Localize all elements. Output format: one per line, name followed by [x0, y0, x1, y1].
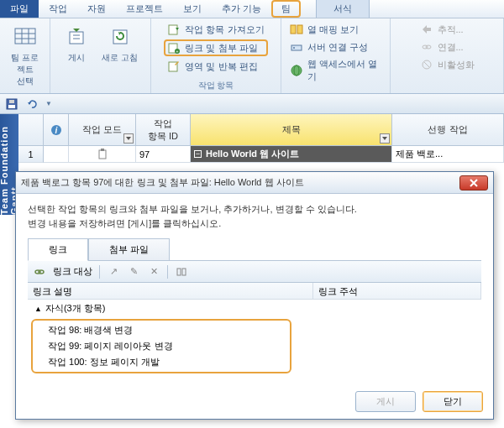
svg-rect-5 [70, 32, 83, 44]
track-button: 추적... [417, 22, 478, 37]
dialog-toolbar: 링크 대상 ↗ ✎ ✕ [28, 261, 481, 283]
import-workitems-button[interactable]: 작업 항목 가져오기 [164, 22, 267, 37]
dialog-titlebar[interactable]: 제품 백로그 항목 97에 대한 링크 및 첨부 파일: Hello World… [16, 172, 493, 194]
track-label: 추적... [438, 23, 464, 36]
link-list: ▲ 자식(3개 항목) 작업 98: 배경색 변경 작업 99: 페이지 레이아… [28, 300, 481, 373]
columns-icon[interactable] [175, 265, 188, 279]
svg-rect-26 [9, 100, 14, 103]
col-link-desc[interactable]: 링크 설명 [28, 283, 313, 299]
mode-column[interactable]: 작업 모드 [69, 114, 136, 146]
svg-point-18 [291, 65, 302, 76]
menu-format[interactable]: 서식 [316, 0, 370, 18]
dialog-title: 제품 백로그 항목 97에 대한 링크 및 첨부 파일: Hello World… [21, 176, 304, 189]
dialog-instructions: 선택한 작업 항목의 링크와 첨부 파일을 보거나, 추가하거나, 변경할 수 … [28, 202, 481, 230]
title-cell[interactable]: − Hello World 웹 사이트 [191, 146, 392, 163]
publish-button: 게시 [355, 391, 416, 412]
link-icon [420, 40, 433, 54]
save-icon[interactable] [5, 97, 18, 111]
ribbon: 팀 프로젝트 선택 게시 새로 고침 작업 [0, 18, 504, 94]
svg-rect-30 [101, 149, 104, 151]
links-label: 링크 및 첨부 파일 [185, 42, 257, 55]
title-column[interactable]: 제목 [191, 114, 392, 146]
import-label: 작업 항목 가져오기 [185, 23, 264, 36]
link-list-header: 링크 설명 링크 주석 [28, 283, 481, 300]
delete-icon[interactable]: ✕ [147, 265, 160, 279]
deactivate-button: 비활성화 [417, 57, 478, 72]
connect-button: 연결... [417, 39, 478, 55]
tab-links[interactable]: 링크 [28, 238, 88, 261]
mode-cell[interactable] [69, 146, 136, 163]
predecessor-column[interactable]: 선행 작업 [392, 114, 504, 146]
svg-rect-14 [291, 25, 296, 34]
menu-view[interactable]: 보기 [173, 0, 212, 18]
publish-label: 게시 [68, 52, 85, 64]
publish-button[interactable]: 게시 [60, 22, 93, 65]
menu-project[interactable]: 프로젝트 [116, 0, 173, 18]
svg-line-23 [424, 62, 429, 67]
svg-text:i: i [55, 126, 57, 135]
link-target-label[interactable]: 링크 대상 [53, 265, 92, 278]
table-row[interactable]: 1 97 − Hello World 웹 사이트 제품 백로... [18, 146, 504, 163]
import-icon [167, 23, 181, 36]
pred-cell[interactable]: 제품 백로... [392, 146, 504, 163]
dialog-footer: 게시 닫기 [355, 391, 483, 412]
links-attachments-button[interactable]: + 링크 및 첨부 파일 [164, 39, 267, 56]
svg-rect-25 [8, 105, 15, 108]
close-button[interactable] [459, 175, 488, 191]
menu-task[interactable]: 작업 [39, 0, 77, 18]
team-project-select-button[interactable]: 팀 프로젝트 선택 [5, 22, 45, 89]
expand-icon[interactable]: ▲ [34, 305, 42, 313]
menu-file[interactable]: 파일 [0, 0, 39, 18]
publish-icon [63, 23, 90, 50]
server-config-button[interactable]: 서버 연결 구성 [286, 39, 385, 55]
column-mapping-button[interactable]: 열 매핑 보기 [286, 22, 385, 37]
dropdown-icon[interactable]: ▼ [45, 100, 52, 107]
link-item[interactable]: 작업 98: 배경색 변경 [38, 322, 285, 338]
svg-point-17 [293, 47, 295, 49]
mapping-label: 열 매핑 보기 [307, 23, 359, 36]
undo-icon[interactable] [25, 97, 39, 111]
areas-label: 영역 및 반복 편집 [185, 60, 257, 73]
svg-text:+: + [176, 49, 179, 54]
refresh-icon [107, 23, 134, 50]
connect-label: 연결... [438, 41, 464, 54]
menu-bar: 파일 작업 자원 프로젝트 보기 추가 기능 팀 서식 [0, 0, 504, 18]
refresh-button[interactable]: 새로 고침 [98, 22, 141, 65]
menu-resource[interactable]: 자원 [77, 0, 116, 18]
svg-rect-15 [297, 25, 302, 34]
globe-icon [290, 64, 303, 77]
server-label: 서버 연결 구성 [307, 41, 368, 54]
col-link-comment[interactable]: 링크 주석 [313, 283, 481, 299]
info-column[interactable]: i [44, 114, 69, 146]
edit-icon[interactable]: ✎ [127, 265, 140, 279]
chevron-down-icon[interactable] [380, 133, 390, 144]
web-access-button[interactable]: 웹 액세스에서 열기 [286, 57, 385, 84]
id-column[interactable]: 작업 항목 ID [136, 114, 191, 146]
row-number: 1 [18, 146, 44, 163]
open-icon[interactable]: ↗ [107, 265, 120, 279]
close-button[interactable]: 닫기 [423, 391, 483, 412]
refresh-label: 새로 고침 [102, 52, 138, 64]
id-cell[interactable]: 97 [136, 146, 191, 163]
svg-point-32 [39, 270, 44, 274]
collapse-icon[interactable]: − [194, 150, 202, 158]
link-item[interactable]: 작업 99: 페이지 레이아웃 변경 [38, 338, 285, 354]
svg-rect-9 [169, 25, 177, 34]
attachment-icon: + [167, 41, 181, 55]
menu-addon[interactable]: 추가 기능 [212, 0, 271, 18]
quick-access-toolbar: ▼ [0, 94, 504, 114]
svg-rect-0 [15, 29, 35, 44]
menu-team[interactable]: 팀 [271, 0, 301, 18]
tab-attachments[interactable]: 첨부 파일 [88, 238, 170, 261]
dialog-tabs: 링크 첨부 파일 [28, 238, 481, 261]
grid-icon [12, 23, 39, 50]
chevron-down-icon[interactable] [123, 133, 134, 144]
link-item[interactable]: 작업 100: 정보 페이지 개발 [38, 354, 285, 370]
deactivate-label: 비활성화 [438, 59, 475, 71]
workitem-group-label: 작업 항목 [198, 78, 234, 91]
link-group[interactable]: ▲ 자식(3개 항목) [28, 300, 481, 317]
deactivate-icon [420, 58, 433, 71]
mapping-icon [290, 23, 303, 36]
areas-iterations-button[interactable]: 영역 및 반복 편집 [164, 59, 267, 74]
svg-point-21 [426, 45, 431, 49]
